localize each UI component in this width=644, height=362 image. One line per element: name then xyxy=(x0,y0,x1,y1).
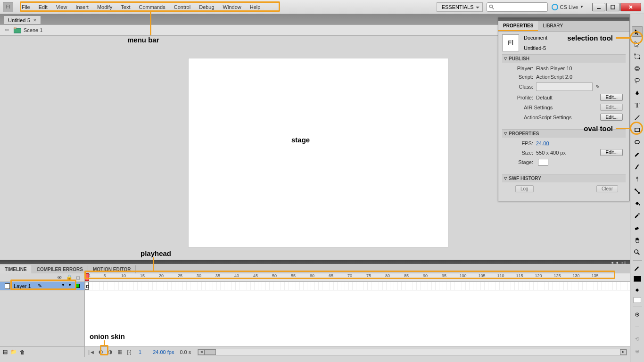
frames-area[interactable]: 1510152025303540455055606570758085909510… xyxy=(85,273,630,346)
document-tab[interactable]: Untitled-5 ✕ xyxy=(4,16,41,24)
deco-tool[interactable] xyxy=(632,173,643,184)
size-edit-button[interactable]: Edit... xyxy=(600,149,623,156)
cs-live-button[interactable]: CS Live ▼ xyxy=(552,4,584,10)
frame-row[interactable] xyxy=(85,282,630,290)
tab-motion-editor[interactable]: MOTION EDITOR xyxy=(88,265,136,273)
menu-view[interactable]: View xyxy=(52,2,71,12)
new-folder-button[interactable]: 📁 xyxy=(10,349,17,355)
menu-edit[interactable]: Edit xyxy=(35,2,51,12)
ruler-tick: 100 xyxy=(458,273,468,282)
visibility-header-icon[interactable]: 👁 xyxy=(57,275,62,280)
timeline-footer: |◄ ◐ ◑ ▦ [·] 1 24.00 fps 0.0 s ◄► xyxy=(85,346,630,357)
hand-tool[interactable] xyxy=(632,235,643,245)
search-input[interactable] xyxy=(487,2,548,12)
tab-compiler-errors[interactable]: COMPILER ERRORS xyxy=(32,265,88,273)
player-label: Player: xyxy=(511,66,533,71)
annotation-oval-label: oval tool xyxy=(584,124,613,132)
menu-window[interactable]: Window xyxy=(219,2,245,12)
3d-rotation-tool[interactable] xyxy=(632,63,643,74)
pen-tool[interactable] xyxy=(632,88,643,98)
fps-value[interactable]: 24.00 xyxy=(536,140,549,146)
eyedropper-tool[interactable] xyxy=(632,210,643,221)
elapsed-time: 0.0 s xyxy=(180,349,191,355)
goto-first-button[interactable]: |◄ xyxy=(88,348,95,356)
3d-rotation-icon xyxy=(634,65,641,72)
text-tool[interactable]: T xyxy=(632,100,643,110)
menu-file[interactable]: File xyxy=(18,2,34,12)
edit-class-icon[interactable]: ✎ xyxy=(595,84,600,90)
back-button[interactable]: ⇦ xyxy=(5,27,9,33)
free-transform-icon xyxy=(634,53,641,60)
fill-color-swatch[interactable] xyxy=(634,297,641,303)
menu-text[interactable]: Text xyxy=(117,2,134,12)
tab-library[interactable]: LIBRARY xyxy=(538,21,568,31)
subselection-tool[interactable] xyxy=(632,39,643,49)
svg-line-23 xyxy=(637,253,639,255)
layers-column: 👁 🔒 □ Layer 1 ✎ xyxy=(0,273,85,346)
size-label: Size: xyxy=(511,150,533,156)
close-icon xyxy=(628,5,633,9)
tab-close-icon[interactable]: ✕ xyxy=(33,18,37,23)
maximize-button[interactable] xyxy=(606,3,619,11)
profile-value: Default xyxy=(536,95,553,100)
outline-header-icon[interactable]: □ xyxy=(76,275,80,280)
playhead[interactable] xyxy=(85,273,89,281)
paint-bucket-tool[interactable] xyxy=(632,198,643,208)
layer-outline-swatch[interactable] xyxy=(75,284,80,288)
cs-live-label: CS Live xyxy=(560,4,578,10)
svg-point-11 xyxy=(635,66,639,70)
zoom-tool[interactable] xyxy=(632,247,643,257)
svg-rect-2 xyxy=(597,8,601,9)
menu-commands[interactable]: Commands xyxy=(135,2,169,12)
line-tool[interactable] xyxy=(632,112,643,123)
lasso-tool[interactable] xyxy=(632,75,643,86)
frame-ruler[interactable]: 1510152025303540455055606570758085909510… xyxy=(85,273,630,282)
class-field[interactable] xyxy=(536,82,593,91)
pencil-tool[interactable] xyxy=(632,149,643,159)
tab-timeline[interactable]: TIMELINE xyxy=(0,265,32,273)
onion-skin-button[interactable]: ◐ xyxy=(97,348,105,356)
rectangle-tool[interactable] xyxy=(632,124,643,135)
layer-pencil-icon: ✎ xyxy=(38,283,42,289)
annotation-selection-label: selection tool xyxy=(567,34,613,42)
new-layer-button[interactable]: ▤ xyxy=(3,349,8,355)
onion-skin-outlines-button[interactable]: ◑ xyxy=(107,348,114,356)
minimize-button[interactable] xyxy=(592,3,605,11)
stroke-color-icon[interactable] xyxy=(632,263,643,274)
tab-properties[interactable]: PROPERTIES xyxy=(498,21,538,31)
profile-edit-button[interactable]: Edit... xyxy=(600,94,623,101)
layer-row[interactable]: Layer 1 ✎ xyxy=(0,282,84,290)
brush-tool[interactable] xyxy=(632,161,643,172)
free-transform-tool[interactable] xyxy=(632,51,643,61)
timeline-scrollbar[interactable]: ◄► xyxy=(198,349,627,355)
as-edit-button[interactable]: Edit... xyxy=(600,114,623,121)
lock-header-icon[interactable]: 🔒 xyxy=(66,274,73,280)
stage-color-swatch[interactable] xyxy=(538,159,548,165)
document-tab-label: Untitled-5 xyxy=(8,17,30,23)
publish-section-header[interactable]: PUBLISH xyxy=(502,55,626,63)
delete-layer-button[interactable]: 🗑 xyxy=(20,349,25,355)
bone-tool[interactable] xyxy=(632,186,643,196)
ruler-tick: 15 xyxy=(138,273,147,282)
swf-clear-button: Clear xyxy=(596,185,618,192)
menu-control[interactable]: Control xyxy=(170,2,194,12)
menu-insert[interactable]: Insert xyxy=(72,2,92,12)
snap-option[interactable] xyxy=(632,309,643,320)
selection-tool[interactable] xyxy=(632,26,643,37)
eraser-tool[interactable] xyxy=(632,222,643,233)
menu-help[interactable]: Help xyxy=(246,2,264,12)
stage-canvas[interactable] xyxy=(189,58,448,247)
modify-markers-button[interactable]: [·] xyxy=(125,348,133,356)
menu-debug[interactable]: Debug xyxy=(195,2,218,12)
oval-tool[interactable] xyxy=(632,137,643,147)
option-2: ─ xyxy=(632,321,643,332)
swf-history-section-header[interactable]: SWF HISTORY xyxy=(502,174,626,182)
stroke-color-swatch[interactable] xyxy=(634,276,641,282)
workspace-selector[interactable]: ESSENTIALS xyxy=(437,2,483,12)
layer-name[interactable]: Layer 1 xyxy=(14,283,31,289)
annotation-menubar-label: menu bar xyxy=(127,36,159,44)
fill-color-icon[interactable] xyxy=(632,285,643,295)
edit-multiple-frames-button[interactable]: ▦ xyxy=(116,348,124,356)
menu-modify[interactable]: Modify xyxy=(93,2,116,12)
close-button[interactable] xyxy=(620,3,641,11)
